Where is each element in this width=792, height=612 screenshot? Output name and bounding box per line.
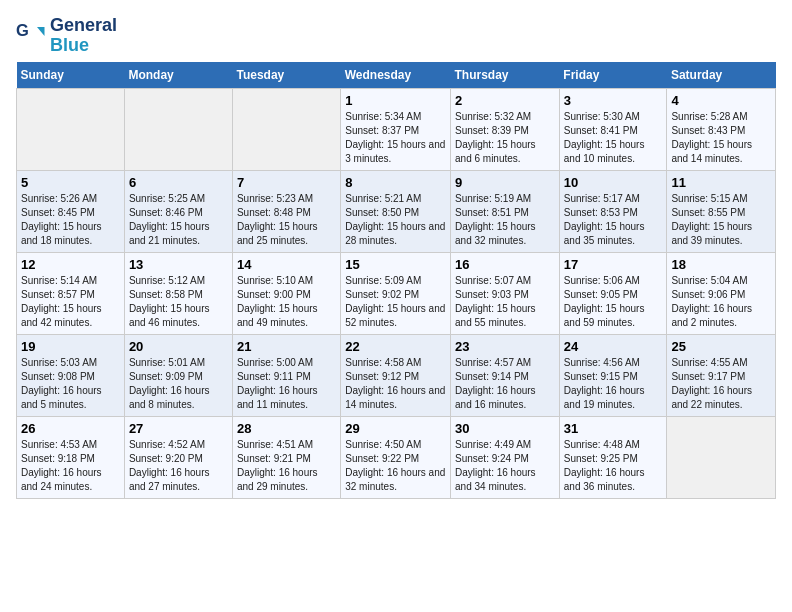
- day-number: 22: [345, 339, 446, 354]
- logo-name: General Blue: [50, 16, 117, 56]
- day-number: 31: [564, 421, 663, 436]
- day-info: Sunrise: 5:04 AM Sunset: 9:06 PM Dayligh…: [671, 274, 771, 330]
- logo: G General Blue: [16, 16, 117, 56]
- day-number: 2: [455, 93, 555, 108]
- calendar-cell: 6Sunrise: 5:25 AM Sunset: 8:46 PM Daylig…: [124, 170, 232, 252]
- day-info: Sunrise: 5:34 AM Sunset: 8:37 PM Dayligh…: [345, 110, 446, 166]
- calendar-cell: 23Sunrise: 4:57 AM Sunset: 9:14 PM Dayli…: [451, 334, 560, 416]
- day-number: 19: [21, 339, 120, 354]
- weekday-header-tuesday: Tuesday: [232, 62, 340, 89]
- page-header: G General Blue: [16, 16, 776, 56]
- calendar-cell: 29Sunrise: 4:50 AM Sunset: 9:22 PM Dayli…: [341, 416, 451, 498]
- day-number: 17: [564, 257, 663, 272]
- day-number: 3: [564, 93, 663, 108]
- day-info: Sunrise: 5:26 AM Sunset: 8:45 PM Dayligh…: [21, 192, 120, 248]
- day-info: Sunrise: 5:28 AM Sunset: 8:43 PM Dayligh…: [671, 110, 771, 166]
- day-number: 5: [21, 175, 120, 190]
- day-number: 14: [237, 257, 336, 272]
- calendar-cell: 13Sunrise: 5:12 AM Sunset: 8:58 PM Dayli…: [124, 252, 232, 334]
- weekday-header-saturday: Saturday: [667, 62, 776, 89]
- weekday-header-thursday: Thursday: [451, 62, 560, 89]
- day-number: 16: [455, 257, 555, 272]
- calendar-week-4: 19Sunrise: 5:03 AM Sunset: 9:08 PM Dayli…: [17, 334, 776, 416]
- day-info: Sunrise: 5:15 AM Sunset: 8:55 PM Dayligh…: [671, 192, 771, 248]
- day-number: 28: [237, 421, 336, 436]
- weekday-header-monday: Monday: [124, 62, 232, 89]
- calendar-cell: 21Sunrise: 5:00 AM Sunset: 9:11 PM Dayli…: [232, 334, 340, 416]
- day-info: Sunrise: 4:53 AM Sunset: 9:18 PM Dayligh…: [21, 438, 120, 494]
- day-number: 25: [671, 339, 771, 354]
- day-info: Sunrise: 4:49 AM Sunset: 9:24 PM Dayligh…: [455, 438, 555, 494]
- day-number: 29: [345, 421, 446, 436]
- day-number: 26: [21, 421, 120, 436]
- calendar-cell: 12Sunrise: 5:14 AM Sunset: 8:57 PM Dayli…: [17, 252, 125, 334]
- weekday-header-friday: Friday: [559, 62, 667, 89]
- calendar-cell: 28Sunrise: 4:51 AM Sunset: 9:21 PM Dayli…: [232, 416, 340, 498]
- day-number: 13: [129, 257, 228, 272]
- day-info: Sunrise: 5:09 AM Sunset: 9:02 PM Dayligh…: [345, 274, 446, 330]
- calendar-cell: 16Sunrise: 5:07 AM Sunset: 9:03 PM Dayli…: [451, 252, 560, 334]
- day-info: Sunrise: 5:19 AM Sunset: 8:51 PM Dayligh…: [455, 192, 555, 248]
- calendar-cell: 7Sunrise: 5:23 AM Sunset: 8:48 PM Daylig…: [232, 170, 340, 252]
- day-number: 11: [671, 175, 771, 190]
- calendar-cell: 27Sunrise: 4:52 AM Sunset: 9:20 PM Dayli…: [124, 416, 232, 498]
- svg-marker-1: [37, 27, 45, 36]
- calendar-cell: [667, 416, 776, 498]
- calendar-cell: 26Sunrise: 4:53 AM Sunset: 9:18 PM Dayli…: [17, 416, 125, 498]
- calendar-cell: 9Sunrise: 5:19 AM Sunset: 8:51 PM Daylig…: [451, 170, 560, 252]
- day-info: Sunrise: 5:30 AM Sunset: 8:41 PM Dayligh…: [564, 110, 663, 166]
- day-info: Sunrise: 5:03 AM Sunset: 9:08 PM Dayligh…: [21, 356, 120, 412]
- calendar-cell: 25Sunrise: 4:55 AM Sunset: 9:17 PM Dayli…: [667, 334, 776, 416]
- day-info: Sunrise: 5:01 AM Sunset: 9:09 PM Dayligh…: [129, 356, 228, 412]
- day-info: Sunrise: 5:00 AM Sunset: 9:11 PM Dayligh…: [237, 356, 336, 412]
- day-number: 23: [455, 339, 555, 354]
- day-number: 12: [21, 257, 120, 272]
- day-number: 4: [671, 93, 771, 108]
- day-info: Sunrise: 4:50 AM Sunset: 9:22 PM Dayligh…: [345, 438, 446, 494]
- calendar-cell: 3Sunrise: 5:30 AM Sunset: 8:41 PM Daylig…: [559, 88, 667, 170]
- calendar-cell: 14Sunrise: 5:10 AM Sunset: 9:00 PM Dayli…: [232, 252, 340, 334]
- logo-icon: G: [16, 21, 46, 51]
- day-number: 1: [345, 93, 446, 108]
- calendar-cell: 20Sunrise: 5:01 AM Sunset: 9:09 PM Dayli…: [124, 334, 232, 416]
- calendar-cell: 11Sunrise: 5:15 AM Sunset: 8:55 PM Dayli…: [667, 170, 776, 252]
- day-info: Sunrise: 4:57 AM Sunset: 9:14 PM Dayligh…: [455, 356, 555, 412]
- day-info: Sunrise: 5:32 AM Sunset: 8:39 PM Dayligh…: [455, 110, 555, 166]
- day-number: 24: [564, 339, 663, 354]
- calendar-cell: 18Sunrise: 5:04 AM Sunset: 9:06 PM Dayli…: [667, 252, 776, 334]
- calendar-cell: [124, 88, 232, 170]
- calendar-cell: 10Sunrise: 5:17 AM Sunset: 8:53 PM Dayli…: [559, 170, 667, 252]
- day-info: Sunrise: 4:55 AM Sunset: 9:17 PM Dayligh…: [671, 356, 771, 412]
- day-info: Sunrise: 5:14 AM Sunset: 8:57 PM Dayligh…: [21, 274, 120, 330]
- weekday-header-sunday: Sunday: [17, 62, 125, 89]
- calendar-cell: 19Sunrise: 5:03 AM Sunset: 9:08 PM Dayli…: [17, 334, 125, 416]
- day-info: Sunrise: 5:21 AM Sunset: 8:50 PM Dayligh…: [345, 192, 446, 248]
- day-info: Sunrise: 4:52 AM Sunset: 9:20 PM Dayligh…: [129, 438, 228, 494]
- day-info: Sunrise: 5:06 AM Sunset: 9:05 PM Dayligh…: [564, 274, 663, 330]
- day-number: 9: [455, 175, 555, 190]
- svg-text:G: G: [16, 21, 29, 39]
- calendar-week-1: 1Sunrise: 5:34 AM Sunset: 8:37 PM Daylig…: [17, 88, 776, 170]
- day-info: Sunrise: 5:25 AM Sunset: 8:46 PM Dayligh…: [129, 192, 228, 248]
- day-info: Sunrise: 4:56 AM Sunset: 9:15 PM Dayligh…: [564, 356, 663, 412]
- day-info: Sunrise: 5:17 AM Sunset: 8:53 PM Dayligh…: [564, 192, 663, 248]
- day-info: Sunrise: 5:10 AM Sunset: 9:00 PM Dayligh…: [237, 274, 336, 330]
- day-number: 6: [129, 175, 228, 190]
- day-number: 30: [455, 421, 555, 436]
- day-info: Sunrise: 4:48 AM Sunset: 9:25 PM Dayligh…: [564, 438, 663, 494]
- calendar-cell: 8Sunrise: 5:21 AM Sunset: 8:50 PM Daylig…: [341, 170, 451, 252]
- calendar-cell: 5Sunrise: 5:26 AM Sunset: 8:45 PM Daylig…: [17, 170, 125, 252]
- day-info: Sunrise: 5:23 AM Sunset: 8:48 PM Dayligh…: [237, 192, 336, 248]
- calendar-cell: 30Sunrise: 4:49 AM Sunset: 9:24 PM Dayli…: [451, 416, 560, 498]
- calendar-cell: 1Sunrise: 5:34 AM Sunset: 8:37 PM Daylig…: [341, 88, 451, 170]
- day-number: 15: [345, 257, 446, 272]
- calendar-cell: 15Sunrise: 5:09 AM Sunset: 9:02 PM Dayli…: [341, 252, 451, 334]
- day-number: 27: [129, 421, 228, 436]
- weekday-header-wednesday: Wednesday: [341, 62, 451, 89]
- day-number: 21: [237, 339, 336, 354]
- day-info: Sunrise: 5:12 AM Sunset: 8:58 PM Dayligh…: [129, 274, 228, 330]
- calendar-cell: [17, 88, 125, 170]
- day-number: 8: [345, 175, 446, 190]
- calendar-week-3: 12Sunrise: 5:14 AM Sunset: 8:57 PM Dayli…: [17, 252, 776, 334]
- calendar-cell: 4Sunrise: 5:28 AM Sunset: 8:43 PM Daylig…: [667, 88, 776, 170]
